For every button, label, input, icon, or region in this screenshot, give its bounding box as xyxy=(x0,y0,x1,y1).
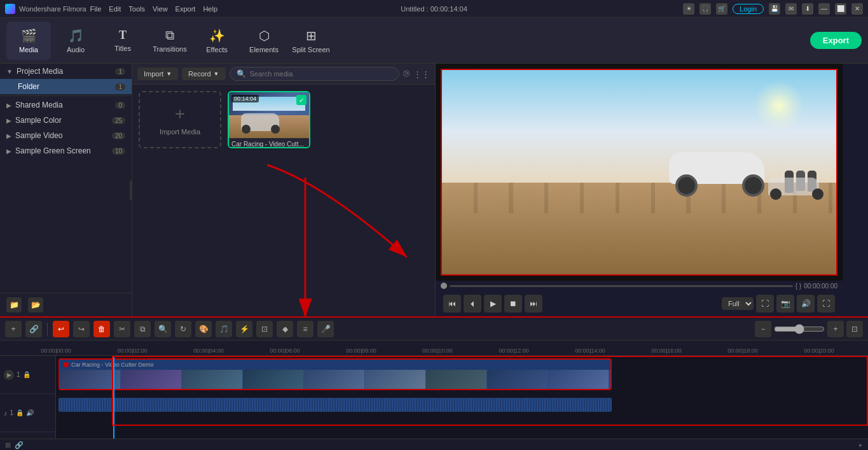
zoom-in-button[interactable]: 🔍 xyxy=(155,321,171,337)
settings-button[interactable]: ⛶ xyxy=(817,295,835,313)
video-track[interactable]: Car Racing - Video Cutter Demo xyxy=(59,358,612,390)
import-media-placeholder[interactable]: + Import Media xyxy=(139,91,221,148)
undo-button[interactable]: ↩ xyxy=(53,321,69,337)
menu-view[interactable]: View xyxy=(153,5,168,13)
film-frame-2 xyxy=(121,370,181,390)
link-clip-button[interactable]: 🔗 xyxy=(25,321,42,337)
add-track-button[interactable]: + xyxy=(5,321,22,337)
record-button[interactable]: Record ▼ xyxy=(182,67,225,80)
toolbar-effects[interactable]: ✨ Effects xyxy=(195,22,239,60)
color-button[interactable]: 🎨 xyxy=(195,321,212,337)
media-icon: 🎬 xyxy=(21,28,37,43)
volume-button[interactable]: 🔊 xyxy=(797,295,815,313)
zoom-in-timeline[interactable]: + xyxy=(827,321,844,337)
audio-tool-button[interactable]: 🎵 xyxy=(216,321,232,337)
menu-help[interactable]: Help xyxy=(203,5,217,13)
toolbar-media[interactable]: 🎬 Media xyxy=(6,22,51,60)
headphones-icon[interactable]: 🎧 xyxy=(699,3,711,15)
toolbar-titles[interactable]: T Titles xyxy=(100,22,145,60)
restore-button[interactable]: ⬜ xyxy=(835,3,846,15)
import-folder-icon[interactable]: 📂 xyxy=(28,297,43,313)
playhead[interactable] xyxy=(113,356,114,439)
search-icon: 🔍 xyxy=(237,69,246,78)
film-frame-6 xyxy=(365,370,425,390)
download-icon[interactable]: ⬇ xyxy=(802,3,813,15)
adjustments-button[interactable]: ≡ xyxy=(297,321,313,337)
audio-icon: 🎵 xyxy=(68,28,84,43)
skip-to-start-button[interactable]: ⏮ xyxy=(443,295,461,313)
film-frame-5 xyxy=(304,370,364,390)
menu-file[interactable]: File xyxy=(90,5,102,13)
panel-sample-green-screen[interactable]: ▶ Sample Green Screen 10 xyxy=(0,143,132,158)
zoom-slider[interactable] xyxy=(774,324,825,334)
toolbar-transitions[interactable]: ⧉ Transitions xyxy=(148,22,192,60)
panel-project-media[interactable]: ▼ Project Media 1 xyxy=(0,64,132,79)
play-button[interactable]: ▶ xyxy=(484,295,502,313)
film-frame-9 xyxy=(548,370,609,390)
timeline-brackets: { } xyxy=(796,283,801,290)
zoom-out-timeline[interactable]: − xyxy=(755,321,771,337)
panel-sample-color[interactable]: ▶ Sample Color 25 xyxy=(0,113,132,128)
close-button[interactable]: ✕ xyxy=(851,3,863,15)
menu-tools[interactable]: Tools xyxy=(128,5,145,13)
toolbar-elements[interactable]: ⬡ Elements xyxy=(242,22,286,60)
sun-icon[interactable]: ☀ xyxy=(683,3,694,15)
media-area: Import ▼ Record ▼ 🔍 ⧁ ⋮⋮ + Import M xyxy=(132,64,436,316)
skip-forward-button[interactable]: ⏭ xyxy=(525,295,542,313)
sidebar-item-folder[interactable]: Folder 1 xyxy=(0,79,132,94)
search-input[interactable] xyxy=(250,70,393,78)
grid-layout-icon[interactable]: ⋮⋮ xyxy=(413,69,430,79)
full-screen-button[interactable]: ⛶ xyxy=(756,295,774,313)
link-icon[interactable]: 🔗 xyxy=(15,441,24,449)
crop-button[interactable]: ⊡ xyxy=(256,321,273,337)
media-thumb-car-racing[interactable]: 00:14:04 ✓ Car Racing - Video Cutt... xyxy=(228,91,310,148)
step-back-button[interactable]: ⏴ xyxy=(464,295,481,313)
quality-select[interactable]: Full 1/2 1/4 xyxy=(722,297,754,310)
audio-lock-icon[interactable]: 🔒 xyxy=(16,409,24,416)
lock-icon[interactable]: 🔒 xyxy=(23,371,31,378)
snapshot-button[interactable]: 📷 xyxy=(776,295,794,313)
audio-track[interactable] xyxy=(59,398,612,412)
export-button[interactable]: Export xyxy=(810,32,862,49)
timeline-toolbar: + 🔗 ↩ ↪ 🗑 ✂ ⧉ 🔍 ↻ 🎨 🎵 ⚡ ⊡ ◆ ≡ 🎤 − + ⊡ xyxy=(0,318,868,341)
chevron-right-icon-2: ▶ xyxy=(6,117,11,124)
minimize-button[interactable]: — xyxy=(818,3,830,15)
menu-export[interactable]: Export xyxy=(176,5,196,13)
buggy-car xyxy=(663,139,777,197)
track-play-icon[interactable]: ▶ xyxy=(4,370,14,380)
filter-icon[interactable]: ⧁ xyxy=(403,69,410,79)
timeline-dot[interactable] xyxy=(441,283,447,289)
timeline-scrubbar[interactable] xyxy=(450,285,793,287)
panel-shared-media[interactable]: ▶ Shared Media 0 xyxy=(0,97,132,113)
email-icon[interactable]: ✉ xyxy=(785,3,797,15)
panel-sample-video[interactable]: ▶ Sample Video 20 xyxy=(0,128,132,143)
stop-button[interactable]: ⏹ xyxy=(504,295,522,313)
titles-icon: T xyxy=(119,29,127,42)
fit-timeline-button[interactable]: ⊡ xyxy=(846,321,863,337)
keyframe-button[interactable]: ◆ xyxy=(277,321,293,337)
menu-edit[interactable]: Edit xyxy=(109,5,121,13)
toolbar-split-screen[interactable]: ⊞ Split Screen xyxy=(289,22,333,60)
media-toolbar: Import ▼ Record ▼ 🔍 ⧁ ⋮⋮ xyxy=(132,64,435,85)
delete-button[interactable]: 🗑 xyxy=(93,321,110,337)
split-button[interactable]: ⚡ xyxy=(236,321,252,337)
voice-button[interactable]: 🎤 xyxy=(317,321,334,337)
snap-icon[interactable]: ⊞ xyxy=(5,441,11,449)
audio-volume-icon[interactable]: 🔊 xyxy=(26,409,34,416)
import-button[interactable]: Import ▼ xyxy=(137,67,178,80)
thumb-check-icon: ✓ xyxy=(296,95,307,105)
music-note-icon: ♪ xyxy=(4,409,8,417)
copy-button[interactable]: ⧉ xyxy=(134,321,151,337)
new-folder-icon[interactable]: 📁 xyxy=(6,297,22,313)
save-icon[interactable]: 💾 xyxy=(769,3,780,15)
shopping-icon[interactable]: 🛒 xyxy=(716,3,727,15)
login-button[interactable]: Login xyxy=(733,4,764,14)
film-frame-8 xyxy=(487,370,548,390)
cut-button[interactable]: ✂ xyxy=(114,321,130,337)
rotate-button[interactable]: ↻ xyxy=(175,321,191,337)
chevron-right-icon-4: ▶ xyxy=(6,148,11,155)
toolbar-audio[interactable]: 🎵 Audio xyxy=(53,22,98,60)
transitions-icon: ⧉ xyxy=(165,28,174,43)
collapse-panel-button[interactable]: ‹ xyxy=(130,181,132,200)
redo-button[interactable]: ↪ xyxy=(73,321,90,337)
